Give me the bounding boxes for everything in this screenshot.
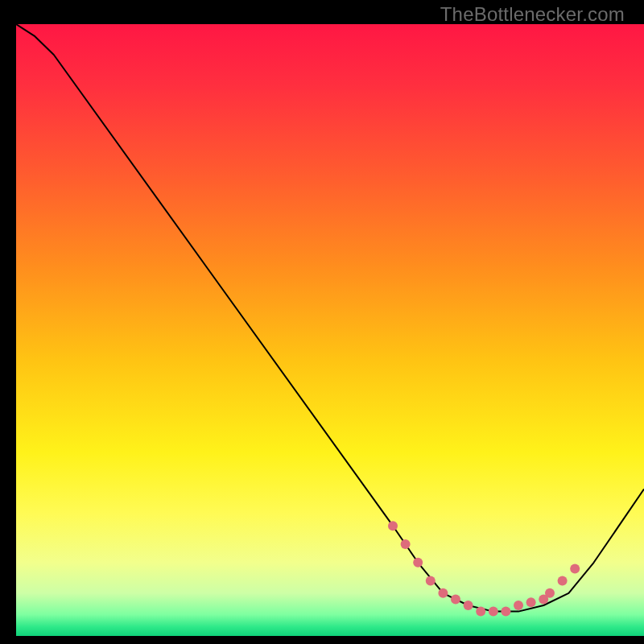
marker-point <box>545 588 555 598</box>
marker-point <box>570 564 580 573</box>
marker-point <box>413 558 423 568</box>
marker-point <box>476 607 485 617</box>
marker-point <box>426 576 436 586</box>
chart-frame: TheBottlenecker.com <box>8 0 636 636</box>
marker-point <box>438 588 448 598</box>
plot-area <box>16 24 644 636</box>
gradient-background <box>16 24 644 636</box>
marker-point <box>558 576 568 586</box>
marker-point <box>489 607 498 617</box>
marker-point <box>501 607 510 617</box>
watermark-text: TheBottlenecker.com <box>440 3 625 26</box>
marker-point <box>388 521 398 530</box>
bottleneck-chart <box>16 24 644 636</box>
marker-point <box>401 539 411 549</box>
marker-point <box>526 597 536 607</box>
marker-point <box>451 594 460 604</box>
marker-point <box>514 601 523 610</box>
marker-point <box>464 601 473 610</box>
